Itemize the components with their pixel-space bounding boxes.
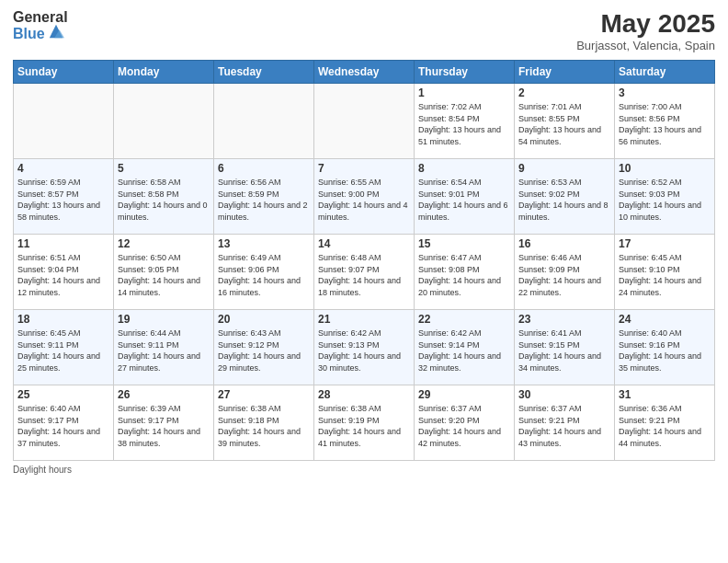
- day-number: 25: [17, 388, 109, 401]
- calendar-table: SundayMondayTuesdayWednesdayThursdayFrid…: [13, 60, 715, 461]
- day-number: 10: [619, 162, 711, 175]
- calendar-cell: [214, 84, 314, 159]
- logo: General Blue: [13, 9, 68, 41]
- calendar-cell: 15Sunrise: 6:47 AMSunset: 9:08 PMDayligh…: [415, 235, 515, 310]
- footer-note: Daylight hours: [13, 465, 715, 475]
- day-info: Sunrise: 6:53 AMSunset: 9:02 PMDaylight:…: [518, 177, 610, 223]
- day-info: Sunrise: 6:36 AMSunset: 9:21 PMDaylight:…: [619, 403, 711, 449]
- day-number: 5: [118, 162, 210, 175]
- day-number: 18: [17, 313, 109, 326]
- calendar-cell: 30Sunrise: 6:37 AMSunset: 9:21 PMDayligh…: [515, 385, 615, 461]
- day-number: 27: [218, 388, 310, 401]
- weekday-header-row: SundayMondayTuesdayWednesdayThursdayFrid…: [14, 61, 715, 84]
- day-info: Sunrise: 6:59 AMSunset: 8:57 PMDaylight:…: [17, 177, 109, 223]
- title-month: May 2025: [576, 9, 715, 39]
- day-number: 13: [218, 237, 310, 250]
- weekday-header-sunday: Sunday: [14, 61, 114, 84]
- day-info: Sunrise: 6:55 AMSunset: 9:00 PMDaylight:…: [318, 177, 410, 223]
- day-info: Sunrise: 6:47 AMSunset: 9:08 PMDaylight:…: [418, 252, 510, 298]
- weekday-header-thursday: Thursday: [415, 61, 515, 84]
- day-info: Sunrise: 6:42 AMSunset: 9:13 PMDaylight:…: [318, 327, 410, 373]
- calendar-week-3: 11Sunrise: 6:51 AMSunset: 9:04 PMDayligh…: [14, 235, 715, 310]
- day-info: Sunrise: 6:39 AMSunset: 9:17 PMDaylight:…: [118, 403, 210, 449]
- day-number: 17: [619, 237, 711, 250]
- calendar-week-1: 1Sunrise: 7:02 AMSunset: 8:54 PMDaylight…: [14, 84, 715, 159]
- day-info: Sunrise: 7:01 AMSunset: 8:55 PMDaylight:…: [518, 101, 610, 147]
- day-number: 23: [518, 313, 610, 326]
- calendar-cell: 22Sunrise: 6:42 AMSunset: 9:14 PMDayligh…: [415, 310, 515, 385]
- calendar-cell: 5Sunrise: 6:58 AMSunset: 8:58 PMDaylight…: [114, 159, 214, 235]
- calendar-cell: [314, 84, 415, 159]
- day-number: 31: [619, 388, 711, 401]
- day-number: 29: [418, 388, 510, 401]
- day-number: 22: [418, 313, 510, 326]
- calendar-cell: 4Sunrise: 6:59 AMSunset: 8:57 PMDaylight…: [14, 159, 114, 235]
- calendar-cell: 20Sunrise: 6:43 AMSunset: 9:12 PMDayligh…: [214, 310, 314, 385]
- logo-icon: [48, 23, 64, 40]
- calendar-cell: 8Sunrise: 6:54 AMSunset: 9:01 PMDaylight…: [415, 159, 515, 235]
- day-number: 19: [118, 313, 210, 326]
- calendar-week-4: 18Sunrise: 6:45 AMSunset: 9:11 PMDayligh…: [14, 310, 715, 385]
- day-info: Sunrise: 6:56 AMSunset: 8:59 PMDaylight:…: [218, 177, 310, 223]
- day-info: Sunrise: 6:50 AMSunset: 9:05 PMDaylight:…: [118, 252, 210, 298]
- day-number: 28: [318, 388, 410, 401]
- day-number: 21: [318, 313, 410, 326]
- day-number: 12: [118, 237, 210, 250]
- day-number: 24: [619, 313, 711, 326]
- day-info: Sunrise: 6:46 AMSunset: 9:09 PMDaylight:…: [518, 252, 610, 298]
- day-info: Sunrise: 6:40 AMSunset: 9:17 PMDaylight:…: [17, 403, 109, 449]
- calendar-cell: 6Sunrise: 6:56 AMSunset: 8:59 PMDaylight…: [214, 159, 314, 235]
- calendar-cell: 14Sunrise: 6:48 AMSunset: 9:07 PMDayligh…: [314, 235, 415, 310]
- calendar-cell: 9Sunrise: 6:53 AMSunset: 9:02 PMDaylight…: [515, 159, 615, 235]
- page-header: General Blue May 2025 Burjassot, Valenci…: [13, 9, 715, 52]
- calendar-cell: 7Sunrise: 6:55 AMSunset: 9:00 PMDaylight…: [314, 159, 415, 235]
- day-number: 6: [218, 162, 310, 175]
- day-info: Sunrise: 6:40 AMSunset: 9:16 PMDaylight:…: [619, 327, 711, 373]
- day-info: Sunrise: 6:45 AMSunset: 9:10 PMDaylight:…: [619, 252, 711, 298]
- calendar-cell: 17Sunrise: 6:45 AMSunset: 9:10 PMDayligh…: [615, 235, 715, 310]
- title-block: May 2025 Burjassot, Valencia, Spain: [576, 9, 715, 52]
- calendar-cell: 27Sunrise: 6:38 AMSunset: 9:18 PMDayligh…: [214, 385, 314, 461]
- calendar-cell: 23Sunrise: 6:41 AMSunset: 9:15 PMDayligh…: [515, 310, 615, 385]
- calendar-cell: 10Sunrise: 6:52 AMSunset: 9:03 PMDayligh…: [615, 159, 715, 235]
- day-info: Sunrise: 6:43 AMSunset: 9:12 PMDaylight:…: [218, 327, 310, 373]
- day-number: 11: [17, 237, 109, 250]
- calendar-cell: 2Sunrise: 7:01 AMSunset: 8:55 PMDaylight…: [515, 84, 615, 159]
- day-info: Sunrise: 7:00 AMSunset: 8:56 PMDaylight:…: [619, 101, 711, 147]
- day-number: 8: [418, 162, 510, 175]
- day-info: Sunrise: 6:38 AMSunset: 9:18 PMDaylight:…: [218, 403, 310, 449]
- weekday-header-wednesday: Wednesday: [314, 61, 415, 84]
- daylight-label: Daylight hours: [13, 465, 72, 475]
- day-number: 7: [318, 162, 410, 175]
- day-number: 15: [418, 237, 510, 250]
- calendar-cell: 31Sunrise: 6:36 AMSunset: 9:21 PMDayligh…: [615, 385, 715, 461]
- calendar-cell: 11Sunrise: 6:51 AMSunset: 9:04 PMDayligh…: [14, 235, 114, 310]
- weekday-header-monday: Monday: [114, 61, 214, 84]
- calendar-cell: 28Sunrise: 6:38 AMSunset: 9:19 PMDayligh…: [314, 385, 415, 461]
- calendar-week-5: 25Sunrise: 6:40 AMSunset: 9:17 PMDayligh…: [14, 385, 715, 461]
- day-info: Sunrise: 6:54 AMSunset: 9:01 PMDaylight:…: [418, 177, 510, 223]
- calendar-cell: 21Sunrise: 6:42 AMSunset: 9:13 PMDayligh…: [314, 310, 415, 385]
- day-info: Sunrise: 7:02 AMSunset: 8:54 PMDaylight:…: [418, 101, 510, 147]
- calendar-cell: 3Sunrise: 7:00 AMSunset: 8:56 PMDaylight…: [615, 84, 715, 159]
- calendar-cell: 16Sunrise: 6:46 AMSunset: 9:09 PMDayligh…: [515, 235, 615, 310]
- logo-blue: Blue: [13, 26, 45, 42]
- day-info: Sunrise: 6:52 AMSunset: 9:03 PMDaylight:…: [619, 177, 711, 223]
- calendar-cell: 29Sunrise: 6:37 AMSunset: 9:20 PMDayligh…: [415, 385, 515, 461]
- day-number: 26: [118, 388, 210, 401]
- weekday-header-tuesday: Tuesday: [214, 61, 314, 84]
- day-number: 16: [518, 237, 610, 250]
- calendar-cell: 19Sunrise: 6:44 AMSunset: 9:11 PMDayligh…: [114, 310, 214, 385]
- weekday-header-saturday: Saturday: [615, 61, 715, 84]
- day-number: 3: [619, 86, 711, 99]
- day-number: 1: [418, 86, 510, 99]
- weekday-header-friday: Friday: [515, 61, 615, 84]
- day-info: Sunrise: 6:58 AMSunset: 8:58 PMDaylight:…: [118, 177, 210, 223]
- calendar-cell: 18Sunrise: 6:45 AMSunset: 9:11 PMDayligh…: [14, 310, 114, 385]
- calendar-cell: [114, 84, 214, 159]
- day-info: Sunrise: 6:49 AMSunset: 9:06 PMDaylight:…: [218, 252, 310, 298]
- day-info: Sunrise: 6:44 AMSunset: 9:11 PMDaylight:…: [118, 327, 210, 373]
- title-location: Burjassot, Valencia, Spain: [576, 39, 715, 52]
- day-number: 14: [318, 237, 410, 250]
- calendar-week-2: 4Sunrise: 6:59 AMSunset: 8:57 PMDaylight…: [14, 159, 715, 235]
